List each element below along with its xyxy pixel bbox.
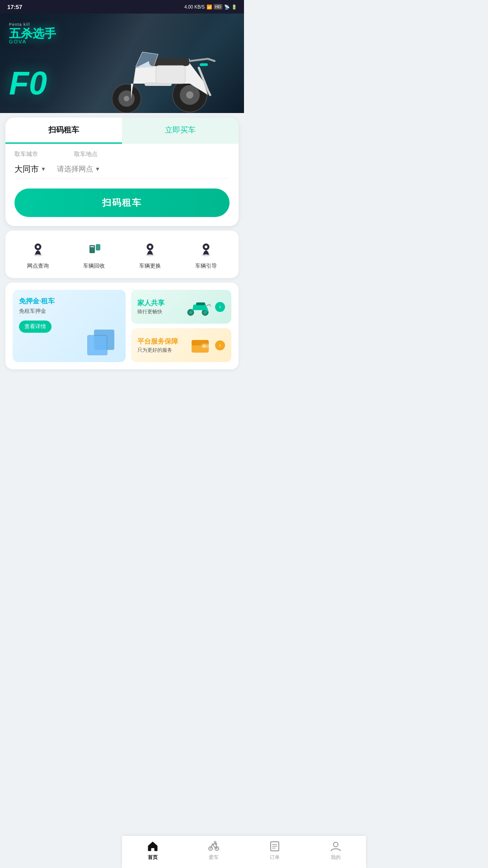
no-deposit-subtitle: 免租车押金 <box>19 307 119 315</box>
platform-service-arrow: › <box>215 340 225 350</box>
action-item-outlets[interactable]: 网点查询 <box>10 239 66 270</box>
svg-rect-9 <box>156 66 185 84</box>
status-icons: 4.00 KB/S 📶 HD 📡 🔋 <box>184 4 237 9</box>
promo-no-deposit[interactable]: 免押金·租车 免租车押金 查看详情 <box>13 290 126 362</box>
wallet-icon <box>190 336 212 354</box>
location-placeholder: 请选择网点 <box>57 165 93 174</box>
svg-rect-24 <box>89 336 107 354</box>
svg-point-20 <box>205 245 207 248</box>
wifi-icon: 📶 <box>206 5 212 9</box>
city-selector[interactable]: 大同市 ▼ <box>14 164 46 175</box>
platform-service-text: 平台服务保障 只为更好的服务 <box>137 337 178 354</box>
blue-3d-decoration <box>85 326 121 358</box>
svg-rect-7 <box>200 63 208 66</box>
svg-point-33 <box>203 344 206 347</box>
hd-icon: HD <box>214 4 222 9</box>
svg-point-26 <box>204 311 206 314</box>
no-deposit-title: 免押金·租车 <box>19 297 119 306</box>
guide-location-icon <box>196 239 216 259</box>
card-icon <box>84 239 104 259</box>
tab-buy-now[interactable]: 立即买车 <box>122 118 239 144</box>
location-pin-icon <box>28 239 48 259</box>
city-value: 大同市 <box>14 164 39 175</box>
city-dropdown-arrow: ▼ <box>41 166 46 172</box>
promo-family-share[interactable]: 家人共享 骑行更畅快 › <box>131 290 231 324</box>
battery-icon: 🔋 <box>231 5 237 9</box>
family-share-title: 家人共享 <box>137 299 164 307</box>
model-name: F0 <box>9 67 47 99</box>
city-label: 取车城市 <box>14 150 38 158</box>
form-area: 取车城市 取车地点 大同市 ▼ 请选择网点 ▼ <box>5 144 239 189</box>
svg-rect-14 <box>90 246 94 247</box>
view-detail-button[interactable]: 查看详情 <box>19 321 52 333</box>
content-spacer <box>0 374 244 410</box>
form-labels: 取车城市 取车地点 <box>14 150 230 158</box>
location-dropdown-arrow: ▼ <box>95 166 100 172</box>
svg-point-18 <box>145 254 155 256</box>
recycle-label: 车辆回收 <box>83 262 105 270</box>
outlets-label: 网点查询 <box>27 262 49 270</box>
promo-platform-service[interactable]: 平台服务保障 只为更好的服务 › <box>131 328 231 362</box>
network-speed: 4.00 KB/S <box>184 5 205 9</box>
family-share-subtitle: 骑行更畅快 <box>137 308 164 315</box>
platform-service-title: 平台服务保障 <box>137 337 178 346</box>
svg-point-11 <box>37 245 39 248</box>
family-share-text: 家人共享 骑行更畅快 <box>137 299 164 315</box>
quick-actions-card: 网点查询 车辆回收 车辆更换 <box>5 231 239 278</box>
brand-text: Penta kill 五杀选手 GOVA <box>9 23 56 44</box>
svg-point-17 <box>149 245 151 248</box>
svg-point-2 <box>186 91 193 99</box>
location-label: 取车地点 <box>74 150 98 158</box>
svg-rect-29 <box>196 302 205 305</box>
action-item-recycle[interactable]: 车辆回收 <box>66 239 122 270</box>
svg-point-28 <box>189 311 192 314</box>
svg-rect-15 <box>96 244 100 250</box>
penta-kill-text: Penta kill <box>9 23 56 27</box>
tab-scan-rent[interactable]: 扫码租车 <box>5 118 122 144</box>
action-item-exchange[interactable]: 车辆更换 <box>122 239 178 270</box>
scooter-image <box>99 32 244 113</box>
scan-rent-button[interactable]: 扫码租车 <box>14 189 230 217</box>
exchange-label: 车辆更换 <box>139 262 161 270</box>
svg-point-5 <box>124 96 129 101</box>
action-item-guide[interactable]: 车辆引导 <box>178 239 234 270</box>
location-selector[interactable]: 请选择网点 ▼ <box>57 165 100 174</box>
scooter-mini-icon <box>185 298 212 316</box>
platform-service-subtitle: 只为更好的服务 <box>137 347 178 354</box>
status-time: 17:57 <box>7 4 22 10</box>
promo-right-column: 家人共享 骑行更畅快 › 平台服务保障 <box>131 290 231 362</box>
status-bar: 17:57 4.00 KB/S 📶 HD 📡 🔋 <box>0 0 244 14</box>
chinese-title: 五杀选手 <box>9 28 56 39</box>
exchange-location-icon <box>140 239 160 259</box>
tab-row: 扫码租车 立即买车 <box>5 118 239 144</box>
city-row: 大同市 ▼ 请选择网点 ▼ <box>14 160 230 179</box>
svg-point-21 <box>202 254 211 256</box>
hero-banner: Penta kill 五杀选手 GOVA F0 <box>0 14 244 113</box>
guide-label: 车辆引导 <box>195 262 217 270</box>
main-rental-card: 扫码租车 立即买车 取车城市 取车地点 大同市 ▼ 请选择网点 ▼ 扫码租车 <box>5 118 239 226</box>
promo-card: 免押金·租车 免租车押金 查看详情 家人共享 骑行更畅快 <box>5 283 239 369</box>
signal-icon: 📡 <box>224 5 230 9</box>
family-share-arrow: › <box>215 302 225 312</box>
